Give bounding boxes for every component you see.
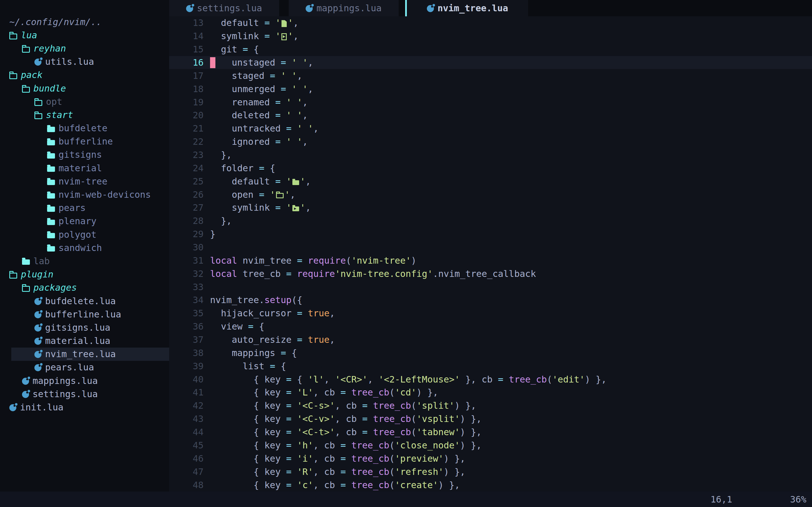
code-line-41[interactable]: 41 { key = 'L', cb = tree_cb('cd') }, (169, 386, 812, 399)
tree-item-label: bufdelete (59, 123, 107, 133)
tree-item-utils.lua[interactable]: utils.lua (0, 55, 169, 68)
code-line-25[interactable]: 25 default = '', (169, 175, 812, 188)
tree-item-label: start (46, 110, 73, 120)
tree-item-label: nvim-web-devicons (59, 189, 151, 200)
folder-icon (47, 153, 55, 159)
tree-item-start[interactable]: start (0, 108, 169, 121)
tree-item-bufdelete.lua[interactable]: bufdelete.lua (0, 294, 169, 307)
code-line-34[interactable]: 34nvim_tree.setup({ (169, 293, 812, 307)
tab-mappings.lua[interactable]: mappings.lua (289, 0, 399, 16)
tree-item-bundle[interactable]: bundle (0, 82, 169, 95)
code-line-32[interactable]: 32local tree_cb = require'nvim-tree.conf… (169, 267, 812, 280)
tree-item-material[interactable]: material (0, 161, 169, 175)
code-line-46[interactable]: 46 { key = 'i', cb = tree_cb('preview') … (169, 452, 812, 465)
code-line-35[interactable]: 35 hijack_cursor = true, (169, 307, 812, 320)
folder-empty-icon (35, 100, 42, 106)
folder-icon (47, 233, 55, 238)
tree-item-pears[interactable]: pears (0, 202, 169, 215)
folder-icon (47, 180, 55, 185)
neovim-window: ~/.config/nvim/..luareyhanutils.luapackb… (0, 0, 812, 507)
tree-item-gitsigns[interactable]: gitsigns (0, 148, 169, 161)
tree-root-path[interactable]: ~/.config/nvim/.. (0, 15, 169, 29)
tree-item-bufferline.lua[interactable]: bufferline.lua (0, 307, 169, 321)
code-line-43[interactable]: 43 { key = '<C-v>', cb = tree_cb('vsplit… (169, 412, 812, 426)
code-line-14[interactable]: 14 symlink = '', (169, 30, 812, 43)
code-line-29[interactable]: 29} (169, 228, 812, 241)
code-text: { key = 'c', cb = tree_cb('create') }, (210, 480, 460, 490)
tree-item-label: material.lua (45, 335, 110, 346)
tree-item-label: bufferline (59, 136, 113, 147)
tree-item-bufferline[interactable]: bufferline (0, 135, 169, 148)
line-number: 31 (169, 255, 210, 266)
code-line-17[interactable]: 17 staged = ' ', (169, 69, 812, 82)
line-number: 44 (169, 427, 210, 438)
code-text: auto_resize = true, (210, 334, 335, 345)
code-line-28[interactable]: 28 }, (169, 214, 812, 228)
code-line-26[interactable]: 26 open = '', (169, 188, 812, 201)
tree-item-packages[interactable]: packages (0, 281, 169, 294)
code-line-36[interactable]: 36 view = { (169, 320, 812, 333)
code-line-24[interactable]: 24 folder = { (169, 161, 812, 175)
code-line-23[interactable]: 23 }, (169, 149, 812, 162)
tree-item-label: mappings.lua (33, 376, 98, 386)
tree-item-pack[interactable]: pack (0, 68, 169, 82)
lua-file-icon (22, 378, 29, 385)
code-line-20[interactable]: 20 deleted = ' ', (169, 109, 812, 122)
code-line-27[interactable]: 27 symlink = '', (169, 201, 812, 214)
tree-item-mappings.lua[interactable]: mappings.lua (0, 374, 169, 387)
tree-item-label: nvim_tree.lua (45, 349, 116, 359)
folder-icon (47, 207, 55, 212)
tree-item-nvim-tree[interactable]: nvim-tree (0, 175, 169, 188)
tree-item-sandwich[interactable]: sandwich (0, 241, 169, 255)
code-line-42[interactable]: 42 { key = '<C-s>', cb = tree_cb('split'… (169, 399, 812, 412)
code-line-15[interactable]: 15 git = { (169, 43, 812, 56)
code-line-39[interactable]: 39 list = { (169, 359, 812, 373)
tree-item-lua[interactable]: lua (0, 29, 169, 42)
code-line-37[interactable]: 37 auto_resize = true, (169, 333, 812, 346)
tree-item-opt[interactable]: opt (0, 95, 169, 108)
tab-label: settings.lua (197, 3, 262, 13)
tree-item-plenary[interactable]: plenary (0, 215, 169, 228)
tree-item-label: polygot (59, 229, 97, 240)
tree-item-bufdelete[interactable]: bufdelete (0, 122, 169, 135)
code-line-45[interactable]: 45 { key = 'h', cb = tree_cb('close_node… (169, 439, 812, 452)
code-line-19[interactable]: 19 renamed = ' ', (169, 96, 812, 109)
code-line-13[interactable]: 13 default = '', (169, 16, 812, 30)
tree-item-material.lua[interactable]: material.lua (0, 334, 169, 348)
code-line-40[interactable]: 40 { key = { 'l', '<CR>', '<2-LeftMouse>… (169, 373, 812, 386)
tab-nvim_tree.lua[interactable]: nvim_tree.lua (407, 0, 528, 16)
code-line-16[interactable]: 16 unstaged = ' ', (169, 56, 812, 69)
tabline: settings.luamappings.luanvim_tree.lua (169, 0, 812, 16)
tree-item-nvim_tree.lua[interactable]: nvim_tree.lua (0, 348, 169, 361)
line-number: 13 (169, 17, 210, 28)
code-line-48[interactable]: 48 { key = 'c', cb = tree_cb('create') }… (169, 478, 812, 492)
tree-item-plugin[interactable]: plugin (0, 268, 169, 281)
tree-item-nvim-web-devicons[interactable]: nvim-web-devicons (0, 188, 169, 201)
line-number: 43 (169, 413, 210, 424)
tree-item-polygot[interactable]: polygot (0, 228, 169, 241)
line-number: 26 (169, 189, 210, 200)
code-text: { key = 'R', cb = tree_cb('refresh') }, (210, 466, 465, 477)
code-line-44[interactable]: 44 { key = '<C-t>', cb = tree_cb('tabnew… (169, 426, 812, 439)
tree-item-pears.lua[interactable]: pears.lua (0, 361, 169, 374)
tree-item-lab[interactable]: lab (0, 255, 169, 268)
code-line-18[interactable]: 18 unmerged = ' ', (169, 82, 812, 96)
tree-item-init.lua[interactable]: init.lua (0, 400, 169, 414)
code-line-31[interactable]: 31local nvim_tree = require('nvim-tree') (169, 254, 812, 267)
code-line-30[interactable]: 30 (169, 241, 812, 254)
tree-item-reyhan[interactable]: reyhan (0, 42, 169, 55)
code-line-21[interactable]: 21 untracked = ' ', (169, 122, 812, 135)
tree-item-label: init.lua (20, 402, 63, 413)
folder-open-icon (22, 87, 30, 93)
code-line-33[interactable]: 33 (169, 280, 812, 293)
tree-item-label: nvim-tree (59, 176, 107, 187)
code-line-22[interactable]: 22 ignored = ' ', (169, 135, 812, 149)
folder-open-icon (9, 34, 17, 40)
folder-symlink-glyph-icon (292, 207, 299, 211)
code-line-47[interactable]: 47 { key = 'R', cb = tree_cb('refresh') … (169, 465, 812, 478)
code-line-38[interactable]: 38 mappings = { (169, 346, 812, 359)
tree-item-settings.lua[interactable]: settings.lua (0, 387, 169, 400)
tab-settings.lua[interactable]: settings.lua (169, 0, 279, 16)
code-text: hijack_cursor = true, (210, 308, 335, 319)
tree-item-gitsigns.lua[interactable]: gitsigns.lua (0, 321, 169, 334)
